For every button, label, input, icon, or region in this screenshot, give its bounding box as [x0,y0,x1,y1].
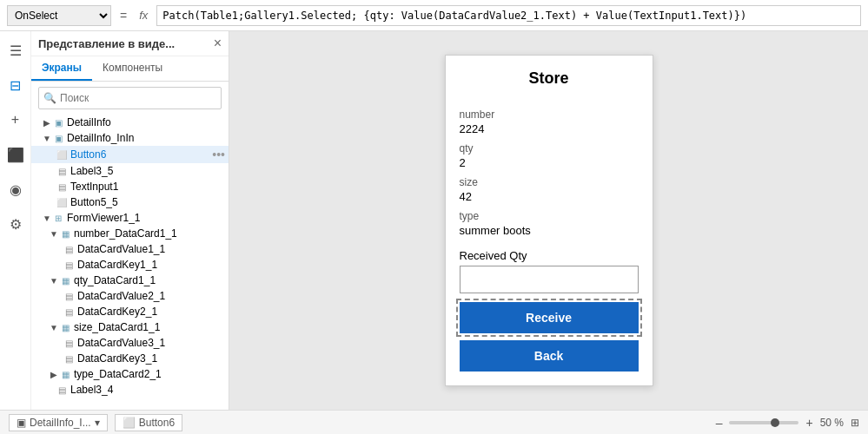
equals-symbol: = [116,9,130,23]
item-label: DataCardValue3_1 [77,337,229,349]
screen-tab-label: DetailInfo_I... [30,417,91,429]
label-icon: ▤ [63,243,75,255]
panel-title: Представление в виде... [38,37,175,50]
left-sidebar: ☰ ⊟ + ⬛ ◉ ⚙ [0,31,31,410]
tree-item-Label3-5[interactable]: ▤ Label3_5 [31,163,229,179]
expand-arrow[interactable]: ▶ [49,369,59,379]
item-label: qty_DataCard1_1 [74,274,229,286]
item-label: DataCardValue1_1 [77,243,229,255]
item-label: DataCardKey1_1 [77,259,229,271]
field-value-number: 2224 [460,122,639,135]
search-box: 🔍 [38,87,222,109]
tree-item-DataCardValue1-1[interactable]: ▤ DataCardValue1_1 [31,241,229,257]
tree-item-Button6[interactable]: ⬜ Button6 ••• [31,146,229,163]
item-label: Label3_5 [70,165,229,177]
screen-icon: ▣ [52,116,64,128]
component-tree: ▶ ▣ DetailInfo ▼ ▣ DetailInfo_InIn ⬜ But… [31,115,229,410]
item-label: Button6 [70,148,212,161]
tree-item-TextInput1[interactable]: ▤ TextInput1 [31,179,229,194]
fx-symbol: fx [136,9,151,22]
field-value-qty: 2 [460,156,639,169]
item-label: type_DataCard2_1 [74,368,229,380]
tree-item-Button5-5[interactable]: ⬜ Button5_5 [31,194,229,210]
tree-item-DetailInfo[interactable]: ▶ ▣ DetailInfo [31,115,229,130]
label-icon: ▤ [63,352,75,365]
tree-item-type-DataCard2-1[interactable]: ▶ ▦ type_DataCard2_1 [31,366,229,382]
tree-item-DataCardKey2-1[interactable]: ▤ DataCardKey2_1 [31,304,229,319]
item-label: DataCardKey2_1 [77,306,229,318]
item-label: size_DataCard1_1 [74,321,229,333]
received-qty-input[interactable] [460,266,639,293]
settings-icon[interactable]: ⚙ [3,212,28,236]
bottom-tab-component[interactable]: ⬜ Button6 [115,414,182,431]
label-icon: ▤ [63,306,75,318]
item-label: Button5_5 [70,196,229,208]
zoom-out-button[interactable]: – [712,416,726,430]
event-select[interactable]: OnSelect [7,5,111,26]
bottom-tab-screen[interactable]: ▣ DetailInfo_I... ▾ [9,414,108,431]
zoom-slider[interactable] [729,421,798,424]
hamburger-icon[interactable]: ☰ [3,38,28,62]
person-icon[interactable]: ◉ [3,177,28,201]
bottom-bar: ▣ DetailInfo_I... ▾ ⬜ Button6 – + 50 % ⊞ [0,410,868,434]
field-label-size: size [460,176,639,188]
formula-bar[interactable] [156,5,861,26]
item-label: FormViewer1_1 [67,212,229,224]
app-title: Store [460,69,639,88]
screen-icon: ▣ [52,132,64,144]
panel-header: Представление в виде... × [31,31,229,56]
tree-item-qty-DataCard1-1[interactable]: ▼ ▦ qty_DataCard1_1 [31,273,229,288]
close-icon[interactable]: × [214,36,222,50]
tree-item-size-DataCard1-1[interactable]: ▼ ▦ size_DataCard1_1 [31,319,229,335]
database-icon[interactable]: ⬛ [3,142,28,167]
zoom-thumb [771,418,779,427]
label-icon: ▤ [63,337,75,349]
expand-arrow[interactable]: ▼ [42,133,52,143]
received-qty-label: Received Qty [460,249,639,262]
receive-button[interactable]: Receive [460,302,639,333]
tree-icon[interactable]: ⊟ [3,73,28,97]
tree-item-FormViewer1-1[interactable]: ▼ ⊞ FormViewer1_1 [31,210,229,226]
item-label: DataCardValue2_1 [77,290,229,302]
form-icon: ⊞ [52,212,64,224]
left-panel: Представление в виде... × Экраны Компоне… [31,31,229,410]
expand-arrow[interactable]: ▼ [49,228,59,239]
search-input[interactable] [38,87,222,109]
label-icon: ▤ [56,165,68,177]
item-label: number_DataCard1_1 [74,227,229,240]
more-options[interactable]: ••• [212,148,225,161]
tree-item-DataCardKey1-1[interactable]: ▤ DataCardKey1_1 [31,257,229,273]
panel-tabs: Экраны Компоненты [31,56,229,82]
field-value-size: 42 [460,190,639,203]
tree-item-DataCardValue3-1[interactable]: ▤ DataCardValue3_1 [31,335,229,351]
tree-item-number-DataCard1-1[interactable]: ▼ ▦ number_DataCard1_1 [31,226,229,241]
tree-item-Label3-4[interactable]: ▤ Label3_4 [31,382,229,398]
zoom-in-button[interactable]: + [802,416,816,430]
tree-item-DetailInfo-InIn[interactable]: ▼ ▣ DetailInfo_InIn [31,130,229,146]
button-icon: ⬜ [56,196,68,208]
item-label: TextInput1 [70,181,229,193]
plus-icon[interactable]: + [3,108,28,132]
canvas-area[interactable]: Store number 2224 qty 2 size 42 type sum… [229,31,868,410]
field-label-number: number [460,108,639,121]
tab-components[interactable]: Компоненты [92,56,173,81]
tree-item-DataCardKey3-1[interactable]: ▤ DataCardKey3_1 [31,351,229,366]
back-button[interactable]: Back [460,340,639,372]
fit-button[interactable]: ⊞ [851,417,859,429]
zoom-controls: – + 50 % ⊞ [712,416,859,430]
label-icon: ▤ [63,290,75,302]
tab-screens[interactable]: Экраны [31,56,92,81]
expand-arrow[interactable]: ▶ [42,117,52,128]
expand-arrow[interactable]: ▼ [49,275,59,286]
tree-item-DataCardValue2-1[interactable]: ▤ DataCardValue2_1 [31,288,229,304]
field-value-type: summer boots [460,224,639,237]
search-icon: 🔍 [43,92,56,104]
main-area: ☰ ⊟ + ⬛ ◉ ⚙ Представление в виде... × Эк… [0,31,868,410]
button-icon: ⬜ [56,148,68,161]
component-tab-label: Button6 [139,417,175,429]
expand-arrow[interactable]: ▼ [42,213,52,223]
item-label: DataCardKey3_1 [77,352,229,365]
field-label-qty: qty [460,142,639,155]
expand-arrow[interactable]: ▼ [49,322,59,332]
input-icon: ▤ [56,181,68,193]
